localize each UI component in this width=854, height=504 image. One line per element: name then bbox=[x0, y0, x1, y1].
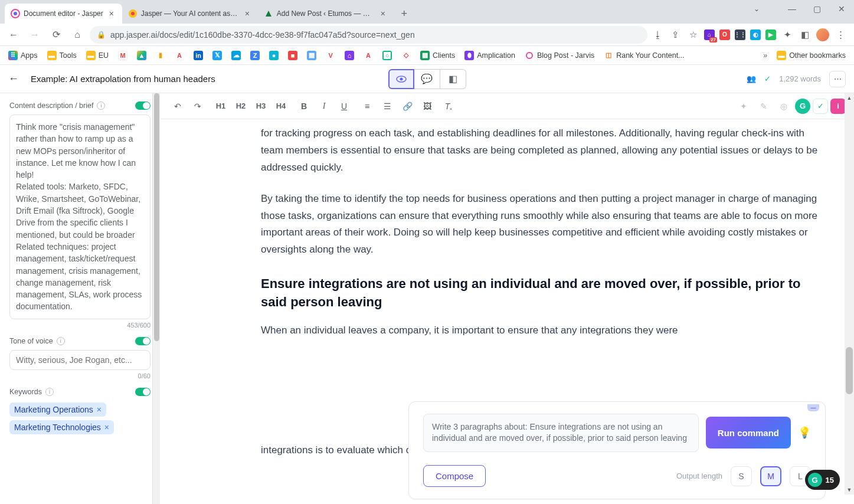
back-button[interactable]: ← bbox=[5, 26, 22, 44]
share-icon[interactable]: ⇪ bbox=[669, 28, 682, 41]
length-m-button[interactable]: M bbox=[760, 466, 781, 486]
grammarly-icon[interactable]: G bbox=[795, 99, 810, 114]
split-mode-tab[interactable]: ◧ bbox=[440, 69, 466, 89]
h2-button[interactable]: H2 bbox=[232, 97, 250, 115]
minimize-icon[interactable]: — bbox=[783, 2, 801, 15]
image-button[interactable]: 🖼 bbox=[418, 97, 436, 115]
analytics-bookmark[interactable]: ▮ bbox=[152, 48, 169, 63]
chat-mode-tab[interactable]: 💬 bbox=[414, 69, 440, 89]
apps-bookmark[interactable]: ⠿Apps bbox=[5, 48, 41, 63]
home-button[interactable]: ⌂ bbox=[68, 26, 86, 44]
keyword-tag[interactable]: Marketing Technologies× bbox=[9, 420, 114, 434]
redo-button[interactable]: ↷ bbox=[189, 97, 207, 115]
info-icon[interactable]: i bbox=[57, 337, 65, 345]
brief-toggle[interactable] bbox=[135, 102, 150, 110]
run-command-button[interactable]: Run command bbox=[706, 417, 791, 449]
bookmark[interactable]: A bbox=[171, 48, 188, 63]
document-title[interactable]: Example: AI extrapolation from human hea… bbox=[31, 74, 738, 84]
heading-2[interactable]: Ensure integrations are not using an ind… bbox=[261, 275, 826, 312]
scroll-up-arrow[interactable]: ▲ bbox=[845, 93, 854, 103]
new-tab-button[interactable]: + bbox=[396, 5, 413, 22]
command-input[interactable]: Write 3 paragraphs about: Ensure integra… bbox=[423, 414, 699, 452]
extension-icon[interactable]: ⋮⋮ bbox=[735, 30, 745, 40]
collaborators-icon[interactable]: 👥 bbox=[747, 74, 756, 83]
collapse-panel-icon[interactable]: — bbox=[807, 404, 819, 411]
forward-button[interactable]: → bbox=[26, 26, 44, 44]
h4-button[interactable]: H4 bbox=[272, 97, 290, 115]
bookmark[interactable]: Z bbox=[247, 48, 263, 63]
extensions-icon[interactable]: ✦ bbox=[781, 28, 794, 41]
maximize-icon[interactable]: ▢ bbox=[808, 2, 826, 15]
ordered-list-button[interactable]: ≡ bbox=[358, 97, 376, 115]
close-icon[interactable]: × bbox=[378, 9, 388, 18]
gmail-bookmark[interactable]: M bbox=[114, 48, 131, 63]
bold-button[interactable]: B bbox=[295, 97, 313, 115]
bookmark[interactable]: ● bbox=[266, 48, 282, 63]
sidebar-scrollbar[interactable] bbox=[152, 93, 161, 504]
extension-icon[interactable]: ▶ bbox=[765, 30, 776, 40]
more-menu[interactable]: ⋯ bbox=[829, 71, 846, 87]
close-icon[interactable]: × bbox=[243, 9, 252, 18]
linkedin-bookmark[interactable]: in bbox=[190, 48, 207, 63]
bookmark[interactable]: ◫Rank Your Content... bbox=[600, 48, 688, 63]
shield-check-icon[interactable]: ✓ bbox=[813, 99, 828, 114]
scroll-down-arrow[interactable]: ▼ bbox=[845, 485, 854, 495]
edit-icon[interactable]: ✎ bbox=[755, 97, 773, 115]
close-window-icon[interactable]: ✕ bbox=[833, 2, 850, 15]
info-button[interactable]: i bbox=[830, 99, 846, 114]
link-button[interactable]: 🔗 bbox=[398, 97, 416, 115]
bookmark[interactable]: V bbox=[322, 48, 339, 63]
page-scrollbar[interactable]: ▲ ▼ bbox=[845, 93, 854, 495]
drive-bookmark[interactable]: ▲ bbox=[133, 48, 150, 63]
info-icon[interactable]: i bbox=[45, 388, 54, 396]
remove-keyword-icon[interactable]: × bbox=[97, 405, 102, 414]
clear-format-button[interactable]: T× bbox=[439, 97, 456, 115]
paragraph[interactable]: By taking the time to identify the top n… bbox=[261, 191, 826, 259]
paragraph[interactable]: When an individual leaves a company, it … bbox=[261, 322, 826, 339]
tone-toggle[interactable] bbox=[135, 337, 150, 345]
browser-tab[interactable]: Jasper — Your AI content assistan × bbox=[122, 4, 258, 24]
paragraph[interactable]: for tracking progress on each task, and … bbox=[261, 125, 826, 176]
other-bookmarks[interactable]: ▬Other bookmarks bbox=[773, 48, 849, 63]
underline-button[interactable]: U bbox=[335, 97, 353, 115]
bookmark-folder[interactable]: ▬Tools bbox=[44, 48, 80, 63]
browser-tab[interactable]: Add New Post ‹ Etumos — Word × bbox=[258, 4, 394, 24]
browser-tab-active[interactable]: Document editor - Jasper × bbox=[5, 4, 122, 24]
sidepanel-icon[interactable]: ◧ bbox=[799, 28, 812, 41]
profile-avatar[interactable] bbox=[816, 28, 829, 41]
menu-icon[interactable]: ⋮ bbox=[834, 28, 847, 41]
h1-button[interactable]: H1 bbox=[212, 97, 230, 115]
keyword-tag[interactable]: Marketing Operations× bbox=[9, 402, 106, 417]
bookmark[interactable]: ⌂ bbox=[341, 48, 358, 63]
close-icon[interactable]: × bbox=[107, 9, 116, 18]
keywords-toggle[interactable] bbox=[135, 388, 150, 396]
bookmark[interactable]: Blog Post - Jarvis bbox=[521, 48, 598, 63]
extension-icon[interactable]: ⌂27 bbox=[704, 30, 715, 40]
ai-sparkle-icon[interactable]: ✦ bbox=[735, 97, 752, 115]
undo-button[interactable]: ↶ bbox=[169, 97, 186, 115]
remove-keyword-icon[interactable]: × bbox=[104, 423, 109, 432]
opera-extension-icon[interactable]: O bbox=[719, 30, 730, 40]
twitter-bookmark[interactable]: 𝕏 bbox=[209, 48, 225, 63]
lightbulb-icon[interactable]: 💡 bbox=[798, 426, 811, 439]
bookmark-folder[interactable]: ▬EU bbox=[83, 48, 112, 63]
italic-button[interactable]: I bbox=[315, 97, 333, 115]
bookmark[interactable]: ⬮Amplication bbox=[461, 48, 519, 63]
tone-input[interactable] bbox=[9, 350, 150, 370]
focus-mode-tab[interactable] bbox=[388, 69, 414, 89]
extension-icon[interactable]: ◐ bbox=[750, 30, 761, 40]
tab-dropdown-icon[interactable]: ⌄ bbox=[754, 5, 760, 13]
bookmarks-overflow[interactable]: » bbox=[760, 51, 771, 60]
length-s-button[interactable]: S bbox=[731, 466, 752, 486]
back-arrow-icon[interactable]: ← bbox=[8, 73, 22, 85]
bookmark[interactable]: ▦ bbox=[303, 48, 320, 63]
star-icon[interactable]: ☆ bbox=[686, 28, 699, 41]
h3-button[interactable]: H3 bbox=[252, 97, 270, 115]
brief-textarea[interactable]: Think more "crisis management" rather th… bbox=[9, 114, 150, 319]
bookmark[interactable]: ○ bbox=[379, 48, 395, 63]
compose-button[interactable]: Compose bbox=[423, 465, 486, 487]
bookmark[interactable]: ■ bbox=[284, 48, 301, 63]
salesforce-bookmark[interactable]: ☁ bbox=[228, 48, 244, 63]
sheets-bookmark[interactable]: ▦Clients bbox=[417, 48, 459, 63]
grammarly-badge[interactable]: G 15 bbox=[805, 470, 840, 490]
